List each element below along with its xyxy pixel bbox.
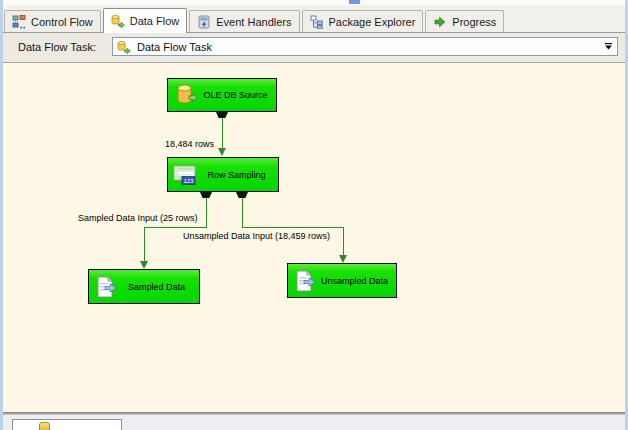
recordset-destination-icon	[293, 269, 317, 293]
tab-label: Package Explorer	[329, 16, 416, 28]
row-sampling-badge: 123	[183, 177, 194, 183]
connection-icon	[39, 422, 50, 430]
data-flow-canvas[interactable]: OLE DB Source 18,484 rows 123 Row Sampli…	[3, 62, 625, 412]
dropdown-selected-value: Data Flow Task	[137, 41, 599, 53]
database-source-icon	[173, 83, 199, 107]
edge-line	[144, 227, 145, 261]
ssis-designer-window: Control Flow Data Flow Event Handler	[0, 0, 628, 430]
node-label: OLE DB Source	[199, 90, 276, 100]
progress-icon	[433, 15, 447, 29]
node-label: Unsampled Data	[317, 276, 396, 286]
package-explorer-icon	[310, 15, 324, 29]
control-flow-icon	[12, 15, 26, 29]
edge-line	[242, 198, 243, 227]
task-selector-label: Data Flow Task:	[18, 41, 96, 53]
edge-line	[206, 198, 207, 227]
tab-data-flow[interactable]: Data Flow	[103, 8, 188, 33]
data-flow-icon	[117, 40, 131, 54]
tab-label: Progress	[452, 16, 496, 28]
splitter-handle[interactable]	[349, 0, 360, 4]
tab-event-handlers[interactable]: Event Handlers	[189, 10, 299, 32]
node-label: Row Sampling	[199, 170, 278, 180]
tab-progress[interactable]: Progress	[425, 10, 504, 32]
tab-label: Control Flow	[31, 16, 93, 28]
tab-control-flow[interactable]: Control Flow	[4, 10, 101, 32]
tab-label: Event Handlers	[216, 16, 291, 28]
edge-arrowhead	[218, 148, 226, 156]
edge-line	[222, 118, 223, 148]
recordset-destination-icon	[94, 275, 118, 299]
edge-arrowhead	[140, 261, 148, 269]
edge-line	[242, 227, 344, 228]
edge-arrowhead	[339, 255, 347, 263]
event-handlers-icon	[197, 15, 211, 29]
node-row-sampling[interactable]: 123 Row Sampling	[167, 157, 279, 192]
edge-unsampled-label: Unsampled Data Input (18,459 rows)	[183, 231, 330, 241]
data-flow-task-dropdown[interactable]: Data Flow Task	[112, 37, 618, 56]
connection-manager-item[interactable]	[12, 419, 122, 430]
edge-row-count-label: 18,484 rows	[165, 139, 214, 149]
designer-tabstrip: Control Flow Data Flow Event Handler	[3, 5, 625, 33]
row-sampling-icon: 123	[173, 164, 199, 186]
edge-sampled-label: Sampled Data Input (25 rows)	[78, 213, 198, 223]
dropdown-arrow-icon[interactable]	[599, 38, 617, 55]
edge-line	[144, 227, 207, 228]
node-label: Sampled Data	[118, 282, 199, 292]
data-flow-icon	[111, 14, 125, 28]
edge-line	[343, 227, 344, 255]
node-ole-db-source[interactable]: OLE DB Source	[167, 78, 277, 112]
node-sampled-data[interactable]: Sampled Data	[88, 269, 200, 304]
tab-label: Data Flow	[130, 15, 180, 27]
tab-package-explorer[interactable]: Package Explorer	[302, 10, 424, 32]
node-unsampled-data[interactable]: Unsampled Data	[287, 263, 397, 298]
bottom-panel	[3, 415, 625, 430]
task-selector-row: Data Flow Task: Data Flow Task	[3, 33, 625, 62]
